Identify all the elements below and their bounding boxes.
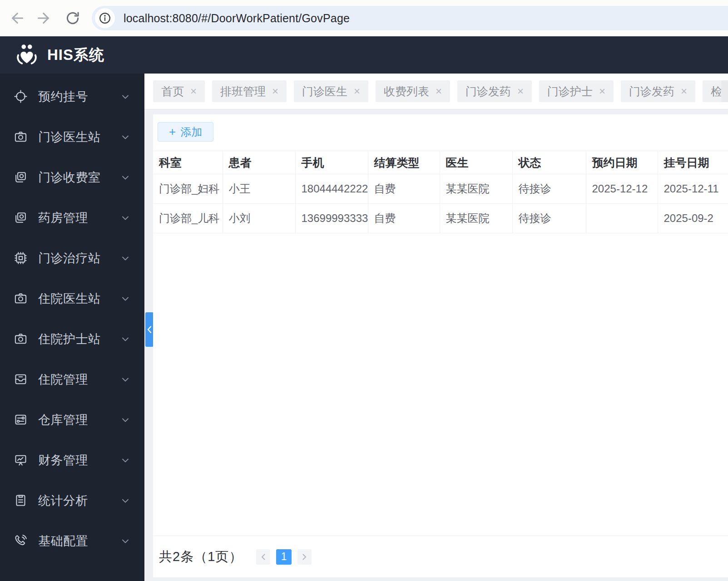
sidebar-item-inpatient-nurse[interactable]: 住院护士站 [0,319,144,359]
col-status: 状态 [512,151,586,174]
tab-label: 排班管理 [220,84,266,99]
sidebar: 预约挂号 门诊医生站 门诊收费室 药房管理 门诊治疗站 住院医生站 住院护士站 … [0,74,144,581]
info-icon [99,12,111,25]
sidebar-item-label: 仓库管理 [38,412,120,428]
reload-icon [65,10,80,26]
chevron-down-icon [120,172,131,183]
col-doctor: 医生 [440,151,512,174]
tab-billing-list[interactable]: 收费列表× [376,80,450,102]
sidebar-item-label: 基础配置 [38,533,120,549]
cell-settlement-type: 自费 [368,204,440,233]
chevron-down-icon [120,414,131,425]
frames-icon [14,170,28,184]
pagination-page-1[interactable]: 1 [276,549,292,565]
sidebar-item-appointment[interactable]: 预约挂号 [0,76,144,117]
browser-forward-button[interactable] [35,8,54,28]
clipboard-icon [14,493,28,507]
add-button[interactable]: + 添加 [158,122,213,142]
chevron-down-icon [120,132,131,143]
cell-doctor: 某某医院 [440,204,512,233]
table-row: 门诊部_儿科 小刘 13699993333 自费 某某医院 待接诊 2025-0… [153,204,728,233]
close-icon[interactable]: × [681,86,687,97]
sidebar-item-statistics[interactable]: 统计分析 [0,480,144,521]
url-text: localhost:8080/#/DoorWorkPatient/GovPage [124,12,350,25]
chevron-down-icon [120,495,131,506]
sidebar-collapse-handle[interactable] [145,312,154,347]
patient-table-wrap: 科室 患者 手机 结算类型 医生 状态 预约日期 挂号日期 门诊部_妇科 小王 [153,151,728,536]
camera-icon [14,130,28,144]
sidebar-item-warehouse[interactable]: 仓库管理 [0,399,144,440]
sidebar-item-finance[interactable]: 财务管理 [0,440,144,480]
tab-dispense-2[interactable]: 门诊发药× [621,80,695,102]
plus-icon: + [169,125,176,139]
forward-arrow-icon [36,10,53,26]
tab-label: 门诊发药 [629,84,674,99]
cpu-icon [14,251,28,265]
chevron-right-icon [302,553,307,561]
pagination-next-button[interactable] [297,549,312,565]
close-icon[interactable]: × [190,86,197,97]
tab-outpatient-doctor[interactable]: 门诊医生× [294,80,368,102]
browser-reload-button[interactable] [63,8,83,28]
main-content: 首页× 排班管理× 门诊医生× 收费列表× 门诊发药× 门诊护士× 门诊发药× … [144,74,728,581]
col-appointment-date: 预约日期 [586,151,658,174]
chevron-down-icon [120,253,131,264]
toolbar: + 添加 [153,114,728,142]
sidebar-item-base-config[interactable]: 基础配置 [0,521,144,561]
cell-department: 门诊部_妇科 [153,174,223,204]
sidebar-item-inpatient-mgmt[interactable]: 住院管理 [0,359,144,399]
sidebar-item-outpatient-billing[interactable]: 门诊收费室 [0,157,144,197]
close-icon[interactable]: × [517,86,524,97]
back-arrow-icon [8,10,25,26]
close-icon[interactable]: × [272,86,278,97]
browser-back-button[interactable] [6,8,26,28]
tab-label: 门诊护士 [547,84,593,99]
site-info-icon[interactable] [95,8,115,28]
sidebar-item-inpatient-doctor[interactable]: 住院医生站 [0,278,144,319]
sidebar-item-pharmacy[interactable]: 药房管理 [0,197,144,238]
chevron-down-icon [120,334,131,345]
tab-home[interactable]: 首页× [153,80,205,102]
aim-icon [14,89,28,103]
address-bar[interactable]: localhost:8080/#/DoorWorkPatient/GovPage [92,6,728,30]
sliders-card-icon [14,413,28,427]
chevron-down-icon [120,212,131,223]
sidebar-item-outpatient-treatment[interactable]: 门诊治疗站 [0,238,144,278]
tab-bar: 首页× 排班管理× 门诊医生× 收费列表× 门诊发药× 门诊护士× 门诊发药× … [144,74,728,109]
cell-patient: 小王 [223,174,295,204]
browser-chrome: localhost:8080/#/DoorWorkPatient/GovPage [0,0,728,36]
patient-table: 科室 患者 手机 结算类型 医生 状态 预约日期 挂号日期 门诊部_妇科 小王 [153,151,728,233]
tab-dispense-1[interactable]: 门诊发药× [457,80,532,102]
camera-icon [14,332,28,346]
close-icon[interactable]: × [354,86,360,97]
tab-outpatient-nurse[interactable]: 门诊护士× [539,80,614,102]
close-icon[interactable]: × [599,86,605,97]
app-header: HIS系统 [0,36,728,74]
sidebar-item-label: 住院护士站 [38,331,120,347]
chevron-down-icon [120,293,131,304]
sidebar-item-label: 住院医生站 [38,290,120,307]
col-phone: 手机 [295,151,368,174]
tab-label: 首页 [161,84,184,99]
cell-registration-date: 2025-12-11 [658,174,728,204]
chevron-left-icon [260,553,266,561]
pagination-prev-button[interactable] [256,549,270,565]
sidebar-item-label: 住院管理 [38,371,120,388]
sidebar-item-outpatient-doctor[interactable]: 门诊医生站 [0,117,144,157]
sidebar-item-label: 门诊治疗站 [38,250,120,266]
pagination: 共2条（1页） 1 [153,536,728,577]
close-icon[interactable]: × [436,86,442,97]
cell-settlement-type: 自费 [368,174,440,204]
cell-status: 待接诊 [512,204,586,233]
col-patient: 患者 [223,151,295,174]
chevron-down-icon [120,455,131,466]
cell-appointment-date: 2025-12-12 [586,174,658,204]
tab-schedule-mgmt[interactable]: 排班管理× [212,80,287,102]
sidebar-item-label: 财务管理 [38,452,120,468]
sidebar-item-label: 门诊收费室 [38,169,120,186]
cell-department: 门诊部_儿科 [153,204,223,233]
sidebar-item-label: 门诊医生站 [38,129,120,145]
col-registration-date: 挂号日期 [658,151,728,174]
cell-phone: 13699993333 [295,204,368,233]
tab-partial[interactable] [721,80,728,102]
